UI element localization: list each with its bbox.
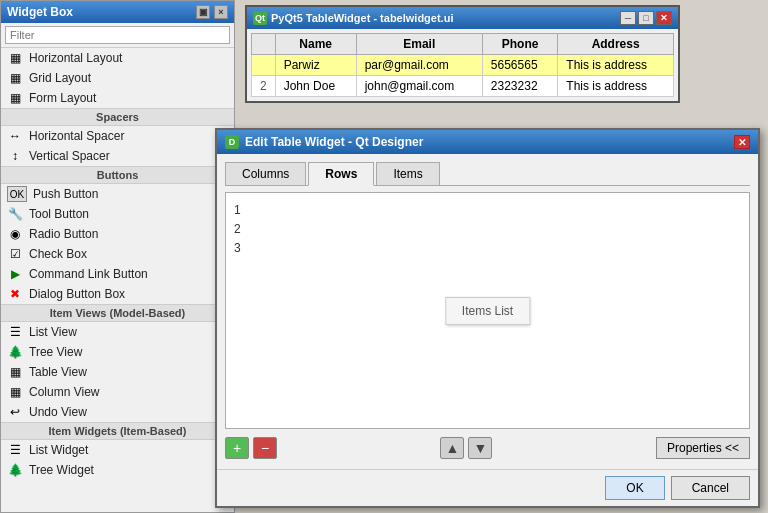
widget-box-title: Widget Box <box>7 5 73 19</box>
sidebar-item-push-button[interactable]: OK Push Button <box>1 184 234 204</box>
list-item[interactable]: 1 <box>234 201 741 220</box>
tree-widget-label: Tree Widget <box>29 463 94 477</box>
dialog-close-btn[interactable]: ✕ <box>734 135 750 149</box>
sidebar-item-table-view[interactable]: ▦ Table View <box>1 362 234 382</box>
data-table: Name Email Phone Address Parwiz par@gmai… <box>251 33 674 97</box>
cancel-btn[interactable]: Cancel <box>671 476 750 500</box>
push-button-label: Push Button <box>33 187 98 201</box>
properties-btn[interactable]: Properties << <box>656 437 750 459</box>
column-view-icon: ▦ <box>7 384 23 400</box>
sidebar-item-check-box[interactable]: ☑ Check Box <box>1 244 234 264</box>
cell-name-1[interactable]: Parwiz <box>275 55 356 76</box>
horizontal-spacer-icon: ↔ <box>7 128 23 144</box>
dialog-title: Edit Table Widget - Qt Designer <box>245 135 423 149</box>
table-window: Qt PyQt5 TableWidget - tabelwidget.ui ─ … <box>245 5 680 103</box>
check-box-icon: ☑ <box>7 246 23 262</box>
push-button-icon: OK <box>7 186 27 202</box>
sidebar-item-undo-view[interactable]: ↩ Undo View <box>1 402 234 422</box>
undo-view-label: Undo View <box>29 405 87 419</box>
undo-view-icon: ↩ <box>7 404 23 420</box>
close-btn[interactable]: × <box>214 5 228 19</box>
col-email-header[interactable]: Email <box>356 34 482 55</box>
sidebar-item-tree-widget[interactable]: 🌲 Tree Widget <box>1 460 234 480</box>
sidebar-item-tree-view[interactable]: 🌲 Tree View <box>1 342 234 362</box>
sidebar-item-column-view[interactable]: ▦ Column View <box>1 382 234 402</box>
sidebar-item-horizontal-spacer[interactable]: ↔ Horizontal Spacer <box>1 126 234 146</box>
cell-phone-2[interactable]: 2323232 <box>482 76 557 97</box>
list-item[interactable]: 2 <box>234 220 741 239</box>
maximize-btn[interactable]: □ <box>638 11 654 25</box>
items-list-placeholder: Items List <box>445 297 530 325</box>
cell-email-2[interactable]: john@gmail.com <box>356 76 482 97</box>
sidebar-item-command-link-button[interactable]: ▶ Command Link Button <box>1 264 234 284</box>
grid-layout-label: Grid Layout <box>29 71 91 85</box>
tab-rows[interactable]: Rows <box>308 162 374 186</box>
tool-button-label: Tool Button <box>29 207 89 221</box>
move-down-btn[interactable]: ▼ <box>468 437 492 459</box>
tab-items[interactable]: Items <box>376 162 439 185</box>
sidebar-item-list-widget[interactable]: ☰ List Widget <box>1 440 234 460</box>
cell-name-2[interactable]: John Doe <box>275 76 356 97</box>
col-name-header[interactable]: Name <box>275 34 356 55</box>
col-address-header[interactable]: Address <box>558 34 674 55</box>
sidebar-item-grid-layout[interactable]: ▦ Grid Layout <box>1 68 234 88</box>
tree-view-icon: 🌲 <box>7 344 23 360</box>
widget-box-titlebar: Widget Box ▣ × <box>1 1 234 23</box>
ok-btn[interactable]: OK <box>605 476 664 500</box>
vertical-spacer-label: Vertical Spacer <box>29 149 110 163</box>
col-phone-header[interactable]: Phone <box>482 34 557 55</box>
cell-address-2[interactable]: This is address <box>558 76 674 97</box>
sidebar-item-vertical-spacer[interactable]: ↕ Vertical Spacer <box>1 146 234 166</box>
table-row: 2 John Doe john@gmail.com 2323232 This i… <box>252 76 674 97</box>
list-view-icon: ☰ <box>7 324 23 340</box>
float-btn[interactable]: ▣ <box>196 5 210 19</box>
widget-list: ▦ Horizontal Layout ▦ Grid Layout ▦ Form… <box>1 48 234 512</box>
add-row-btn[interactable]: + <box>225 437 249 459</box>
spacers-section: Spacers <box>1 108 234 126</box>
sidebar-item-tool-button[interactable]: 🔧 Tool Button <box>1 204 234 224</box>
command-link-button-label: Command Link Button <box>29 267 148 281</box>
horizontal-spacer-label: Horizontal Spacer <box>29 129 124 143</box>
col-num-header <box>252 34 276 55</box>
tab-columns[interactable]: Columns <box>225 162 306 185</box>
dialog-toolbar: + − ▲ ▼ Properties << <box>225 435 750 461</box>
tab-content-rows: 1 2 3 Items List <box>225 192 750 429</box>
radio-button-label: Radio Button <box>29 227 98 241</box>
sidebar-item-dialog-button-box[interactable]: ✖ Dialog Button Box <box>1 284 234 304</box>
table-window-controls: ─ □ ✕ <box>620 11 672 25</box>
widget-box: Widget Box ▣ × ▦ Horizontal Layout ▦ Gri… <box>0 0 235 513</box>
list-view-label: List View <box>29 325 77 339</box>
row-num-1 <box>252 55 276 76</box>
cell-email-1[interactable]: par@gmail.com <box>356 55 482 76</box>
dialog-body: Columns Rows Items 1 2 3 Items List + − … <box>217 154 758 469</box>
sidebar-item-horizontal-layout[interactable]: ▦ Horizontal Layout <box>1 48 234 68</box>
cell-phone-1[interactable]: 5656565 <box>482 55 557 76</box>
buttons-section: Buttons <box>1 166 234 184</box>
dialog-title-left: D Edit Table Widget - Qt Designer <box>225 135 423 149</box>
remove-row-btn[interactable]: − <box>253 437 277 459</box>
cell-address-1[interactable]: This is address <box>558 55 674 76</box>
minimize-btn[interactable]: ─ <box>620 11 636 25</box>
move-up-btn[interactable]: ▲ <box>440 437 464 459</box>
close-btn[interactable]: ✕ <box>656 11 672 25</box>
sidebar-item-list-view[interactable]: ☰ List View <box>1 322 234 342</box>
item-widgets-section: Item Widgets (Item-Based) <box>1 422 234 440</box>
filter-input[interactable] <box>5 26 230 44</box>
titlebar-controls: ▣ × <box>196 5 228 19</box>
table-titlebar-left: Qt PyQt5 TableWidget - tabelwidget.ui <box>253 11 453 25</box>
check-box-label: Check Box <box>29 247 87 261</box>
table-row: Parwiz par@gmail.com 5656565 This is add… <box>252 55 674 76</box>
vertical-spacer-icon: ↕ <box>7 148 23 164</box>
table-view-icon: ▦ <box>7 364 23 380</box>
command-link-button-icon: ▶ <box>7 266 23 282</box>
sidebar-item-form-layout[interactable]: ▦ Form Layout <box>1 88 234 108</box>
qt-logo-icon: Qt <box>253 11 267 25</box>
dialog-titlebar: D Edit Table Widget - Qt Designer ✕ <box>217 130 758 154</box>
sidebar-item-radio-button[interactable]: ◉ Radio Button <box>1 224 234 244</box>
list-widget-icon: ☰ <box>7 442 23 458</box>
item-views-section: Item Views (Model-Based) <box>1 304 234 322</box>
tree-widget-icon: 🌲 <box>7 462 23 478</box>
radio-button-icon: ◉ <box>7 226 23 242</box>
list-item[interactable]: 3 <box>234 239 741 258</box>
horizontal-layout-icon: ▦ <box>7 50 23 66</box>
